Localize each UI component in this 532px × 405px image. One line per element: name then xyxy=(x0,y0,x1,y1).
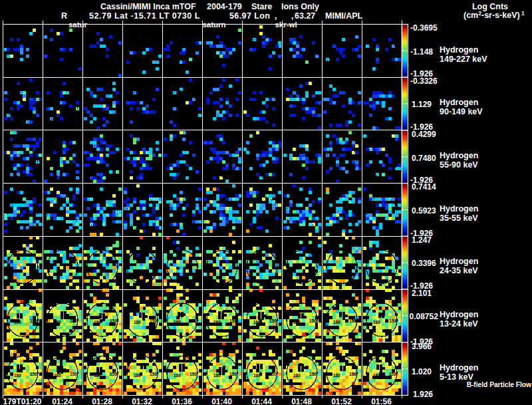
svg-text:0.7414: 0.7414 xyxy=(412,182,436,192)
svg-text:Hydrogen: Hydrogen xyxy=(440,363,478,372)
svg-text:180: 180 xyxy=(293,373,301,378)
svg-text:01:28: 01:28 xyxy=(92,397,112,405)
svg-text:150: 150 xyxy=(70,319,77,323)
svg-text:52.79 Lat -15.71 LT 0730 L: 52.79 Lat -15.71 LT 0730 L xyxy=(89,11,200,21)
svg-text:150: 150 xyxy=(30,372,37,376)
svg-text:1.926: 1.926 xyxy=(413,390,433,399)
svg-text:0.3396: 0.3396 xyxy=(412,259,436,268)
svg-text:(cm2-sr-s-keV) 1: (cm2-sr-s-keV) 1 xyxy=(464,10,525,21)
svg-text:-0.3326: -0.3326 xyxy=(410,76,438,86)
svg-text:skr-wl: skr-wl xyxy=(275,21,297,29)
svg-text:1.020: 1.020 xyxy=(412,367,432,376)
svg-text:180: 180 xyxy=(94,320,101,325)
svg-text:180: 180 xyxy=(54,320,61,325)
svg-text:Hydrogen: Hydrogen xyxy=(440,45,478,55)
svg-text:180: 180 xyxy=(333,373,340,378)
svg-text:satur: satur xyxy=(68,21,88,29)
svg-text:01:52: 01:52 xyxy=(331,397,352,405)
svg-text:01:32: 01:32 xyxy=(132,397,152,405)
svg-text:Hydrogen: Hydrogen xyxy=(440,204,478,213)
svg-text:MIMI/APL: MIMI/APL xyxy=(325,11,363,21)
svg-text:150: 150 xyxy=(309,372,317,376)
svg-text:56.97 Lon: 56.97 Lon xyxy=(229,11,270,21)
svg-text:0.5923: 0.5923 xyxy=(412,206,436,215)
svg-text:0.7480: 0.7480 xyxy=(412,154,436,163)
svg-text:55-90 keV: 55-90 keV xyxy=(440,160,478,170)
svg-text:180: 180 xyxy=(174,320,181,325)
svg-text:Hydrogen: Hydrogen xyxy=(440,151,478,160)
svg-text:01:48: 01:48 xyxy=(291,397,312,405)
svg-text:3.966: 3.966 xyxy=(412,342,432,351)
svg-text:01:36: 01:36 xyxy=(172,397,192,405)
svg-text:150: 150 xyxy=(269,319,277,323)
svg-text:,: , xyxy=(291,11,293,21)
svg-text:180: 180 xyxy=(333,320,340,325)
svg-text:01:40: 01:40 xyxy=(211,397,232,405)
svg-text:150: 150 xyxy=(150,319,157,323)
svg-text:150: 150 xyxy=(190,372,197,376)
svg-text:01:24: 01:24 xyxy=(52,397,72,405)
svg-text:01:44: 01:44 xyxy=(251,397,272,405)
svg-text:150: 150 xyxy=(70,372,77,376)
svg-text:150: 150 xyxy=(229,319,237,323)
svg-text:2004-179: 2004-179 xyxy=(207,2,242,11)
svg-text:35-55 keV: 35-55 keV xyxy=(440,213,478,223)
svg-text:149-227 keV: 149-227 keV xyxy=(440,55,487,64)
svg-text:180: 180 xyxy=(373,373,380,378)
svg-text:150: 150 xyxy=(110,372,117,376)
svg-text:180: 180 xyxy=(134,320,141,325)
svg-text:2.101: 2.101 xyxy=(412,289,432,298)
svg-text:-0.3695: -0.3695 xyxy=(410,23,438,33)
svg-text:180: 180 xyxy=(174,373,181,378)
svg-text:150: 150 xyxy=(30,319,37,323)
svg-text:R: R xyxy=(61,11,67,21)
svg-text:13-24 keV: 13-24 keV xyxy=(440,319,478,329)
svg-text:-1.148: -1.148 xyxy=(410,47,433,57)
svg-text:150: 150 xyxy=(269,372,277,376)
svg-text:90-149 keV: 90-149 keV xyxy=(440,107,483,116)
svg-text:01:56: 01:56 xyxy=(371,397,392,405)
svg-text:150: 150 xyxy=(150,372,157,376)
svg-text:Hydrogen: Hydrogen xyxy=(440,257,478,266)
svg-text:150: 150 xyxy=(190,319,197,323)
svg-text:24-35 keV: 24-35 keV xyxy=(440,266,478,275)
svg-text:5-13 keV: 5-13 keV xyxy=(440,372,473,382)
svg-text:0.4299: 0.4299 xyxy=(412,130,436,139)
svg-text:Hydrogen: Hydrogen xyxy=(440,310,478,319)
svg-text:1.129: 1.129 xyxy=(412,100,432,109)
svg-text:150: 150 xyxy=(309,319,317,323)
svg-text:180: 180 xyxy=(213,320,221,325)
svg-text:180: 180 xyxy=(54,373,61,378)
svg-text:63.27: 63.27 xyxy=(295,11,315,21)
svg-text:,: , xyxy=(275,11,277,21)
svg-text:180: 180 xyxy=(373,320,380,325)
svg-text:Cassini/MIMI Inca mTOF: Cassini/MIMI Inca mTOF xyxy=(100,2,196,11)
svg-text:180: 180 xyxy=(253,373,261,378)
svg-text:180: 180 xyxy=(293,320,301,325)
svg-text:0.08752: 0.08752 xyxy=(410,312,439,321)
svg-text:Hydrogen: Hydrogen xyxy=(440,98,478,107)
svg-text:1.247: 1.247 xyxy=(412,235,432,245)
svg-text:150: 150 xyxy=(229,372,237,376)
svg-text:179T01:20: 179T01:20 xyxy=(3,397,41,405)
svg-text:150: 150 xyxy=(389,372,396,376)
svg-text:saturn: saturn xyxy=(202,21,225,29)
svg-text:150: 150 xyxy=(110,319,117,323)
svg-text:180: 180 xyxy=(134,373,141,378)
svg-text:180: 180 xyxy=(14,373,21,378)
svg-text:150: 150 xyxy=(349,372,356,376)
svg-text:150: 150 xyxy=(389,319,396,323)
svg-text:Stare: Stare xyxy=(251,2,272,11)
svg-text:180: 180 xyxy=(253,320,261,325)
svg-text:B-field Particle Flow: B-field Particle Flow xyxy=(467,381,531,388)
svg-text:Ions Only: Ions Only xyxy=(281,2,319,11)
svg-text:Log Cnts: Log Cnts xyxy=(472,2,508,11)
svg-text:150: 150 xyxy=(349,319,356,323)
svg-text:180: 180 xyxy=(14,320,21,325)
